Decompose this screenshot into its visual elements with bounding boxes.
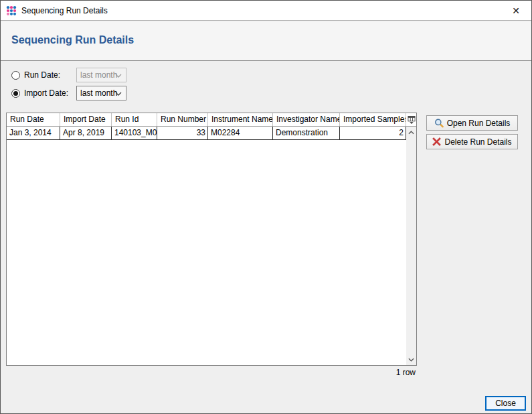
cell-imported-samples: 2 — [340, 127, 406, 140]
heading-strip: Sequencing Run Details — [1, 21, 531, 61]
import-date-radio[interactable] — [11, 89, 20, 98]
run-date-dropdown: last month — [76, 68, 126, 82]
chevron-down-icon — [115, 92, 122, 96]
close-button[interactable]: Close — [485, 396, 526, 411]
cell-run-date: Jan 3, 2014 — [7, 127, 60, 140]
magnifier-icon — [434, 119, 444, 128]
column-selector-button[interactable] — [406, 113, 416, 127]
close-button-label: Close — [495, 399, 516, 408]
page-title: Sequencing Run Details — [11, 34, 134, 46]
import-date-radio-label[interactable]: Import Date: — [24, 88, 68, 98]
runs-table-header: Run Date Import Date Run Id Run Number I… — [7, 113, 416, 127]
app-icon — [6, 5, 17, 16]
chevron-down-icon — [408, 358, 414, 362]
runs-table: Run Date Import Date Run Id Run Number I… — [6, 113, 417, 366]
import-date-dropdown-value: last month — [80, 88, 117, 98]
scroll-down-button[interactable] — [406, 354, 416, 365]
cell-run-id: 140103_M0... — [112, 127, 157, 140]
column-header-investigator-name[interactable]: Investigator Name — [273, 113, 340, 127]
run-date-radio-label[interactable]: Run Date: — [24, 70, 60, 80]
row-count-label: 1 row — [396, 368, 416, 377]
dialog-sequencing-run-details: Sequencing Run Details ✕ Sequencing Run … — [0, 0, 532, 414]
chevron-down-icon — [115, 74, 122, 78]
column-header-instrument-name[interactable]: Instrument Name — [208, 113, 273, 127]
run-date-dropdown-value: last month — [80, 70, 117, 80]
delete-x-icon — [432, 137, 441, 146]
window-close-button[interactable]: ✕ — [501, 1, 531, 21]
delete-run-details-label: Delete Run Details — [444, 137, 511, 147]
cell-investigator-name: Demonstration — [273, 127, 340, 140]
window-title: Sequencing Run Details — [21, 1, 108, 21]
chevron-up-icon — [408, 131, 414, 135]
title-bar[interactable]: Sequencing Run Details ✕ — [1, 1, 531, 21]
import-date-dropdown[interactable]: last month — [76, 86, 126, 100]
column-header-run-id[interactable]: Run Id — [112, 113, 157, 127]
column-header-imported-samples[interactable]: Imported Samples — [340, 113, 406, 127]
delete-run-details-button[interactable]: Delete Run Details — [426, 134, 518, 149]
table-row[interactable]: Jan 3, 2014 Apr 8, 2019 140103_M0... 33 … — [7, 127, 406, 140]
table-columns-icon — [408, 115, 416, 125]
close-icon: ✕ — [512, 5, 520, 16]
cell-instrument-name: M02284 — [208, 127, 273, 140]
column-header-run-date[interactable]: Run Date — [7, 113, 60, 127]
column-header-run-number[interactable]: Run Number — [157, 113, 208, 127]
scroll-up-button[interactable] — [406, 127, 416, 138]
run-date-radio[interactable] — [11, 71, 20, 80]
column-header-import-date[interactable]: Import Date — [60, 113, 112, 127]
cell-import-date: Apr 8, 2019 — [60, 127, 112, 140]
open-run-details-button[interactable]: Open Run Details — [426, 115, 518, 131]
open-run-details-label: Open Run Details — [447, 119, 511, 128]
cell-run-number: 33 — [157, 127, 208, 140]
vertical-scrollbar[interactable] — [406, 127, 416, 365]
